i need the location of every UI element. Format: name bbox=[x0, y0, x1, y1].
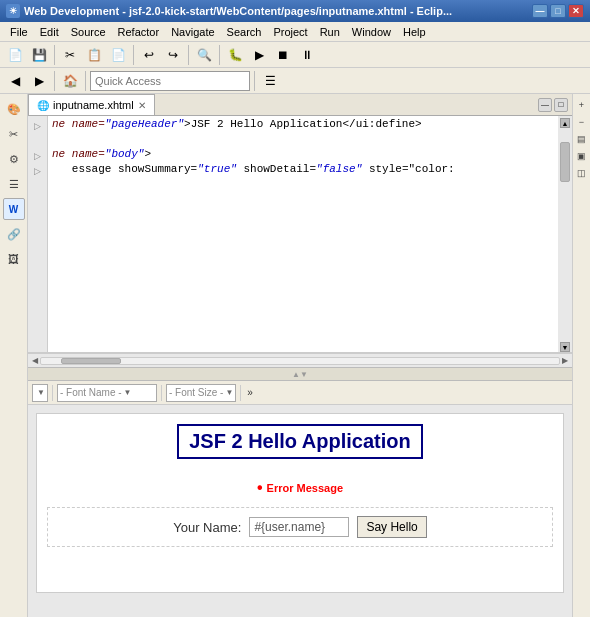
forward-button[interactable]: ▶ bbox=[28, 70, 50, 92]
links-icon[interactable]: 🔗 bbox=[3, 223, 25, 245]
paste-button[interactable]: 📄 bbox=[107, 44, 129, 66]
bullet-icon: • bbox=[257, 479, 263, 497]
snippets-icon[interactable]: ✂ bbox=[3, 123, 25, 145]
search-button[interactable]: 🔍 bbox=[193, 44, 215, 66]
menu-search[interactable]: Search bbox=[221, 24, 268, 40]
right-sidebar: + − ▤ ▣ ◫ bbox=[572, 94, 590, 617]
panel-icon-2[interactable]: ▣ bbox=[575, 149, 589, 163]
cut-button[interactable]: ✂ bbox=[59, 44, 81, 66]
home-button[interactable]: 🏠 bbox=[59, 70, 81, 92]
chevron-down-icon: ▼ bbox=[37, 388, 45, 397]
debug-button[interactable]: 🐛 bbox=[224, 44, 246, 66]
web-icon[interactable]: W bbox=[3, 198, 25, 220]
scroll-right-icon[interactable]: ▶ bbox=[560, 356, 570, 365]
code-line-2 bbox=[52, 133, 554, 148]
editor-tab-inputname[interactable]: 🌐 inputname.xhtml ✕ bbox=[28, 94, 155, 115]
font-sep-3 bbox=[240, 385, 241, 401]
stop-button[interactable]: ⏹ bbox=[272, 44, 294, 66]
say-hello-button[interactable]: Say Hello bbox=[357, 516, 426, 538]
error-message-text: Error Message bbox=[267, 482, 343, 494]
pause-button[interactable]: ⏸ bbox=[296, 44, 318, 66]
back-button[interactable]: ◀ bbox=[4, 70, 26, 92]
quick-access-input[interactable] bbox=[90, 71, 250, 91]
menu-refactor[interactable]: Refactor bbox=[112, 24, 166, 40]
copy-button[interactable]: 📋 bbox=[83, 44, 105, 66]
gutter-line: ▷ bbox=[34, 148, 41, 163]
save-button[interactable]: 💾 bbox=[28, 44, 50, 66]
editor-tabs: 🌐 inputname.xhtml ✕ — □ bbox=[28, 94, 572, 116]
menu-run[interactable]: Run bbox=[314, 24, 346, 40]
open-perspective-button[interactable]: ☰ bbox=[259, 70, 281, 92]
properties-icon[interactable]: ⚙ bbox=[3, 148, 25, 170]
app-icon: ☀ bbox=[6, 4, 20, 18]
menu-project[interactable]: Project bbox=[267, 24, 313, 40]
left-sidebar: 🎨 ✂ ⚙ ☰ W 🔗 🖼 bbox=[0, 94, 28, 617]
editor-area: 🌐 inputname.xhtml ✕ — □ ▷ ▷ ▷ ne name="p… bbox=[28, 94, 572, 617]
h-scrollbar[interactable]: ◀ ▶ bbox=[28, 353, 572, 367]
separator-7 bbox=[254, 71, 255, 91]
editor-tab-controls: — □ bbox=[538, 94, 572, 115]
font-toolbar: ▼ - Font Name - ▼ - Font Size - ▼ » bbox=[28, 381, 572, 405]
menu-bar: File Edit Source Refactor Navigate Searc… bbox=[0, 22, 590, 42]
main-area: 🎨 ✂ ⚙ ☰ W 🔗 🖼 🌐 inputname.xhtml ✕ — □ ▷ bbox=[0, 94, 590, 617]
resize-handle[interactable]: ▲▼ bbox=[28, 367, 572, 381]
thumbnail-icon[interactable]: 🖼 bbox=[3, 248, 25, 270]
menu-window[interactable]: Window bbox=[346, 24, 397, 40]
zoom-out-icon[interactable]: − bbox=[575, 115, 589, 129]
palette-icon[interactable]: 🎨 bbox=[3, 98, 25, 120]
code-editor: ▷ ▷ ▷ ne name="pageHeader">JSF 2 Hello A… bbox=[28, 116, 572, 353]
tab-close-icon[interactable]: ✕ bbox=[138, 100, 146, 111]
menu-edit[interactable]: Edit bbox=[34, 24, 65, 40]
page-content: JSF 2 Hello Application • Error Message … bbox=[36, 413, 564, 593]
h-scrollbar-thumb[interactable] bbox=[61, 358, 121, 364]
chevron-down-icon-3: ▼ bbox=[225, 388, 233, 397]
error-message-area: • Error Message bbox=[47, 479, 553, 497]
font-name-select[interactable]: - Font Name - ▼ bbox=[57, 384, 157, 402]
separator-3 bbox=[188, 45, 189, 65]
code-line-3: ne name="body"> bbox=[52, 148, 554, 163]
code-gutter: ▷ ▷ ▷ bbox=[28, 116, 48, 352]
menu-source[interactable]: Source bbox=[65, 24, 112, 40]
outline-icon[interactable]: ☰ bbox=[3, 173, 25, 195]
panel-icon-3[interactable]: ◫ bbox=[575, 166, 589, 180]
font-style-select[interactable]: ▼ bbox=[32, 384, 48, 402]
maximize-button[interactable]: □ bbox=[550, 4, 566, 18]
code-line-1: ne name="pageHeader">JSF 2 Hello Applica… bbox=[52, 118, 554, 133]
zoom-in-icon[interactable]: + bbox=[575, 98, 589, 112]
scrollbar-thumb[interactable] bbox=[560, 142, 570, 182]
menu-file[interactable]: File bbox=[4, 24, 34, 40]
username-input[interactable] bbox=[249, 517, 349, 537]
title-bar: ☀ Web Development - jsf-2.0-kick-start/W… bbox=[0, 0, 590, 22]
menu-help[interactable]: Help bbox=[397, 24, 432, 40]
menu-navigate[interactable]: Navigate bbox=[165, 24, 220, 40]
font-size-label: - Font Size - bbox=[169, 387, 223, 398]
editor-tab-label: inputname.xhtml bbox=[53, 99, 134, 111]
separator-5 bbox=[54, 71, 55, 91]
maximize-editor-button[interactable]: □ bbox=[554, 98, 568, 112]
form-row: Your Name: Say Hello bbox=[47, 507, 553, 547]
minimize-button[interactable]: — bbox=[532, 4, 548, 18]
redo-button[interactable]: ↪ bbox=[162, 44, 184, 66]
visual-editor: ▼ - Font Name - ▼ - Font Size - ▼ » JSF bbox=[28, 381, 572, 617]
new-button[interactable]: 📄 bbox=[4, 44, 26, 66]
separator-1 bbox=[54, 45, 55, 65]
more-font-tools-button[interactable]: » bbox=[245, 387, 255, 398]
window-title: Web Development - jsf-2.0-kick-start/Web… bbox=[24, 5, 528, 17]
h-scrollbar-track bbox=[40, 357, 560, 365]
scroll-left-icon[interactable]: ◀ bbox=[30, 356, 40, 365]
close-button[interactable]: ✕ bbox=[568, 4, 584, 18]
code-scrollbar[interactable]: ▲ ▼ bbox=[558, 116, 572, 352]
panel-icon-1[interactable]: ▤ bbox=[575, 132, 589, 146]
form-label: Your Name: bbox=[173, 520, 241, 535]
undo-button[interactable]: ↩ bbox=[138, 44, 160, 66]
separator-4 bbox=[219, 45, 220, 65]
run-button[interactable]: ▶ bbox=[248, 44, 270, 66]
toolbar-2: ◀ ▶ 🏠 ☰ bbox=[0, 68, 590, 94]
code-content[interactable]: ne name="pageHeader">JSF 2 Hello Applica… bbox=[48, 116, 558, 352]
gutter-line: ▷ bbox=[34, 163, 41, 178]
window-controls: — □ ✕ bbox=[532, 4, 584, 18]
minimize-editor-button[interactable]: — bbox=[538, 98, 552, 112]
separator-6 bbox=[85, 71, 86, 91]
font-size-select[interactable]: - Font Size - ▼ bbox=[166, 384, 236, 402]
font-sep-1 bbox=[52, 385, 53, 401]
